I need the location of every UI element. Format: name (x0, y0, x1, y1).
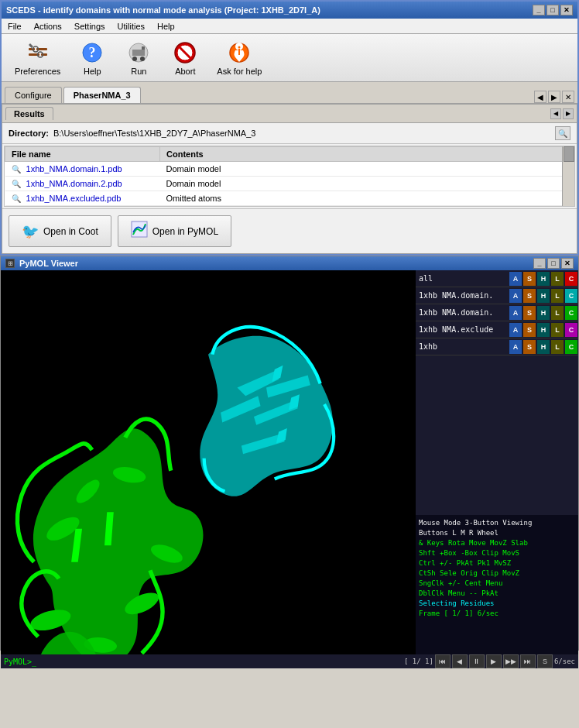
pymol-btn-h[interactable]: H (537, 289, 550, 303)
pymol-btn-a[interactable]: A (509, 340, 522, 354)
help-label: Help (84, 67, 101, 76)
help-button[interactable]: ? Help (70, 36, 114, 80)
pymol-btn-a[interactable]: A (509, 306, 522, 320)
pymol-viewer-window: ⊞ PyMOL Viewer _ □ ✕ (0, 256, 579, 651)
pymol-info-line: Ctrl +/- PkAt Pk1 MvSZ (419, 558, 575, 568)
pymol-right-panel: all A S H L C 1xhb_NMA.domain. A S H L C… (416, 270, 578, 654)
file-icon: 🔍 (12, 180, 21, 188)
pymol-btn-s[interactable]: S (523, 289, 536, 303)
pymol-object-row[interactable]: all A S H L C (416, 270, 578, 287)
pymol-object-list: all A S H L C 1xhb_NMA.domain. A S H L C… (416, 270, 578, 515)
pymol-prompt: PyMOL>_ (4, 658, 36, 666)
pymol-btn-c[interactable]: C (565, 323, 577, 337)
pymol-btn-l[interactable]: L (551, 323, 564, 337)
pymol-btn-l[interactable]: L (551, 340, 564, 354)
pymol-btn-a[interactable]: A (509, 289, 522, 303)
pymol-viewport[interactable] (1, 270, 416, 654)
menu-help[interactable]: Help (154, 21, 178, 32)
playback-pause[interactable]: ⏸ (469, 654, 485, 668)
main-window: SCEDS - identify domains with normal mod… (0, 0, 579, 256)
pymol-btn-s[interactable]: S (523, 340, 536, 354)
minimize-button[interactable]: _ (533, 5, 545, 15)
tab-phasernma3[interactable]: PhaserNMA_3 (63, 87, 141, 103)
pymol-bottom-bar: PyMOL>_ [ 1/ 1] ⏮ ◀ ⏸ ▶ ▶▶ ⏭ S 6/sec (1, 654, 578, 668)
tab-configure[interactable]: Configure (5, 87, 62, 103)
pymol-minimize-button[interactable]: _ (533, 258, 546, 269)
menu-settings[interactable]: Settings (71, 21, 108, 32)
bottom-buttons: 🐦 Open in Coot Open in PyMOL (2, 208, 577, 253)
pymol-btn-s[interactable]: S (523, 306, 536, 320)
tab-close-button[interactable]: ✕ (562, 91, 574, 103)
pymol-btn-h[interactable]: H (537, 323, 550, 337)
menu-utilities[interactable]: Utilities (115, 21, 148, 32)
help-icon: ? (80, 40, 104, 65)
pymol-btn-s[interactable]: S (523, 272, 536, 286)
file-link[interactable]: 1xhb_NMA.domain.2.pdb (26, 179, 122, 188)
playback-settings[interactable]: S (537, 654, 553, 668)
pymol-object-name: 1xhb_NMA.domain. (416, 291, 509, 300)
pymol-object-row[interactable]: 1xhb A S H L C (416, 338, 578, 355)
playback-skip-start[interactable]: ⏮ (435, 654, 451, 668)
playback-play[interactable]: ▶ (486, 654, 502, 668)
pymol-info-panel: Mouse Mode 3-Button ViewingButtons L M R… (416, 515, 578, 654)
pymol-btn-c[interactable]: C (565, 272, 577, 286)
open-pymol-button[interactable]: Open in PyMOL (118, 215, 231, 247)
pymol-btn-c[interactable]: C (565, 289, 577, 303)
menu-file[interactable]: File (5, 21, 25, 32)
contents-cell: Domain model (160, 177, 574, 191)
ask-for-help-button[interactable]: Ask for help (210, 36, 269, 80)
pymol-title-bar: ⊞ PyMOL Viewer _ □ ✕ (1, 256, 578, 270)
pymol-window-controls: _ □ ✕ (533, 258, 574, 269)
pymol-object-name: 1xhb (416, 342, 509, 351)
pymol-btn-a[interactable]: A (509, 323, 522, 337)
pymol-btn-h[interactable]: H (537, 306, 550, 320)
directory-search-button[interactable]: 🔍 (555, 126, 570, 140)
file-link[interactable]: 1xhb_NMA.domain.1.pdb (26, 164, 122, 173)
svg-point-17 (238, 46, 241, 48)
svg-rect-9 (132, 50, 145, 56)
tab-prev-button[interactable]: ◀ (534, 91, 546, 103)
playback-skip-end[interactable]: ⏭ (520, 654, 536, 668)
run-button[interactable]: Run (117, 36, 160, 80)
results-tab-prev[interactable]: ◀ (550, 108, 561, 119)
run-icon (126, 40, 151, 65)
close-button[interactable]: ✕ (560, 5, 573, 15)
menu-actions[interactable]: Actions (31, 21, 65, 32)
table-row[interactable]: 🔍 1xhb_NMA.domain.1.pdb Domain model (5, 162, 574, 177)
playback-prev[interactable]: ◀ (452, 654, 468, 668)
table-row[interactable]: 🔍 1xhb_NMA.excluded.pdb Omitted atoms (5, 191, 574, 206)
pymol-info-line: & Keys Rota Move MovZ Slab (419, 538, 575, 548)
preferences-button[interactable]: Preferences (8, 36, 67, 80)
pymol-object-row[interactable]: 1xhb_NMA.exclude A S H L C (416, 321, 578, 338)
table-row[interactable]: 🔍 1xhb_NMA.domain.2.pdb Domain model (5, 177, 574, 191)
window-controls: _ □ ✕ (533, 5, 573, 15)
pymol-btn-l[interactable]: L (551, 306, 564, 320)
pymol-btn-l[interactable]: L (551, 289, 564, 303)
pymol-btn-a[interactable]: A (509, 272, 522, 286)
pymol-btn-c[interactable]: C (565, 340, 577, 354)
pymol-maximize-button[interactable]: □ (547, 258, 560, 269)
results-tab[interactable]: Results (5, 107, 53, 120)
tab-next-button[interactable]: ▶ (548, 91, 560, 103)
pymol-close-button[interactable]: ✕ (561, 258, 574, 269)
pymol-object-row[interactable]: 1xhb_NMA.domain. A S H L C (416, 287, 578, 304)
svg-point-10 (132, 57, 137, 61)
results-tab-next[interactable]: ▶ (563, 108, 574, 119)
pymol-object-row[interactable]: 1xhb_NMA.domain. A S H L C (416, 304, 578, 321)
pymol-content: all A S H L C 1xhb_NMA.domain. A S H L C… (1, 270, 578, 654)
pymol-fps: 6/sec (554, 658, 575, 665)
playback-next[interactable]: ▶▶ (503, 654, 519, 668)
pymol-btn-c[interactable]: C (565, 306, 577, 320)
abort-button[interactable]: Abort (163, 36, 207, 80)
pymol-btn-s[interactable]: S (523, 323, 536, 337)
pymol-btn-l[interactable]: L (551, 272, 564, 286)
maximize-button[interactable]: □ (546, 5, 559, 15)
open-coot-button[interactable]: 🐦 Open in Coot (9, 215, 111, 247)
run-label: Run (131, 67, 146, 76)
pymol-btn-h[interactable]: H (537, 340, 550, 354)
scrollbar[interactable] (562, 146, 574, 206)
file-link[interactable]: 1xhb_NMA.excluded.pdb (26, 194, 122, 203)
abort-icon (173, 40, 197, 65)
file-table-wrapper: File name Contents 🔍 1xhb_NMA.domain.1.p… (4, 146, 575, 207)
pymol-btn-h[interactable]: H (537, 272, 550, 286)
